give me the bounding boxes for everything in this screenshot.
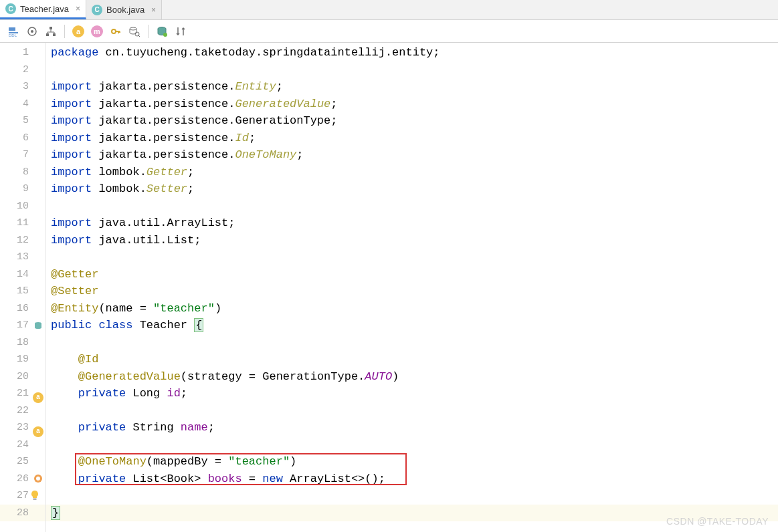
line-number[interactable]: 22 (0, 402, 45, 420)
editor[interactable]: 123456789101112131415161718192021a2223a2… (0, 43, 778, 532)
line-number[interactable]: 5 (0, 112, 45, 130)
tab-bar: C Teacher.java × C Book.java × (0, 0, 778, 20)
class-icon: C (5, 3, 16, 14)
line-number[interactable]: 20 (0, 368, 45, 386)
line-number[interactable]: 4 (0, 96, 45, 113)
close-icon[interactable]: × (151, 5, 156, 15)
line-number[interactable]: 11 (0, 215, 45, 232)
svg-point-8 (112, 29, 116, 33)
line-number[interactable]: 14 (0, 266, 45, 283)
svg-point-9 (130, 27, 136, 30)
tab-label: Teacher.java (20, 4, 69, 14)
separator (148, 25, 149, 38)
line-number[interactable]: 9 (0, 180, 45, 198)
line-number[interactable]: 24 (0, 436, 45, 454)
line-number[interactable]: 25 (0, 453, 45, 471)
line-number[interactable]: 15 (0, 283, 45, 300)
attribute-m-button[interactable]: m (89, 23, 105, 39)
line-number[interactable]: 8 (0, 164, 45, 181)
svg-rect-1 (9, 27, 15, 31)
line-number[interactable]: 18 (0, 334, 45, 352)
line-number[interactable]: 13 (0, 249, 45, 266)
svg-rect-5 (50, 27, 52, 29)
line-number[interactable]: 3 (0, 78, 45, 96)
watermark: CSDN @TAKE-TODAY (666, 516, 769, 527)
line-number[interactable]: 2 (0, 61, 45, 79)
line-number[interactable]: 17 (0, 317, 45, 334)
line-number[interactable]: 28 (0, 505, 45, 522)
svg-point-15 (36, 477, 40, 481)
svg-point-12 (163, 33, 167, 37)
line-number[interactable]: 1 (0, 44, 45, 61)
tab-book-java[interactable]: C Book.java × (86, 0, 162, 19)
gutter-icon[interactable] (33, 473, 43, 484)
line-number[interactable]: 6 (0, 130, 45, 147)
datasource-button[interactable] (154, 23, 170, 39)
line-number[interactable]: 23a (0, 419, 45, 436)
hierarchy-button[interactable] (43, 23, 59, 39)
tab-label: Book.java (106, 5, 144, 15)
toolbar: DDL a m (0, 20, 778, 43)
ddl-button[interactable]: DDL (5, 23, 21, 39)
search-db-button[interactable] (126, 23, 142, 39)
line-number[interactable]: 16 (0, 300, 45, 317)
gutter[interactable]: 123456789101112131415161718192021a2223a2… (0, 43, 45, 532)
line-number[interactable]: 26 (0, 471, 45, 488)
line-number[interactable]: 7 (0, 146, 45, 164)
class-icon: C (92, 5, 102, 15)
tab-teacher-java[interactable]: C Teacher.java × (0, 0, 86, 19)
code-area[interactable]: package cn.tuyucheng.taketoday.springdat… (45, 43, 778, 532)
line-number[interactable]: 19 (0, 351, 45, 368)
svg-rect-6 (46, 33, 49, 36)
attribute-a-button[interactable]: a (70, 23, 86, 39)
line-number[interactable]: 12 (0, 232, 45, 249)
sort-button[interactable] (173, 23, 189, 39)
svg-text:DDL: DDL (9, 33, 17, 37)
gutter-icon[interactable]: a (33, 388, 43, 399)
key-button[interactable] (108, 23, 124, 39)
intention-bulb-icon[interactable] (29, 490, 40, 501)
line-number[interactable]: 10 (0, 198, 45, 215)
gutter-icon[interactable] (33, 320, 43, 331)
svg-rect-16 (33, 499, 37, 501)
target-button[interactable] (24, 23, 40, 39)
close-icon[interactable]: × (76, 4, 80, 13)
gutter-icon[interactable]: a (33, 422, 43, 433)
svg-point-4 (31, 30, 33, 33)
line-number[interactable]: 21a (0, 385, 45, 402)
svg-rect-7 (53, 33, 56, 36)
separator (64, 25, 65, 38)
